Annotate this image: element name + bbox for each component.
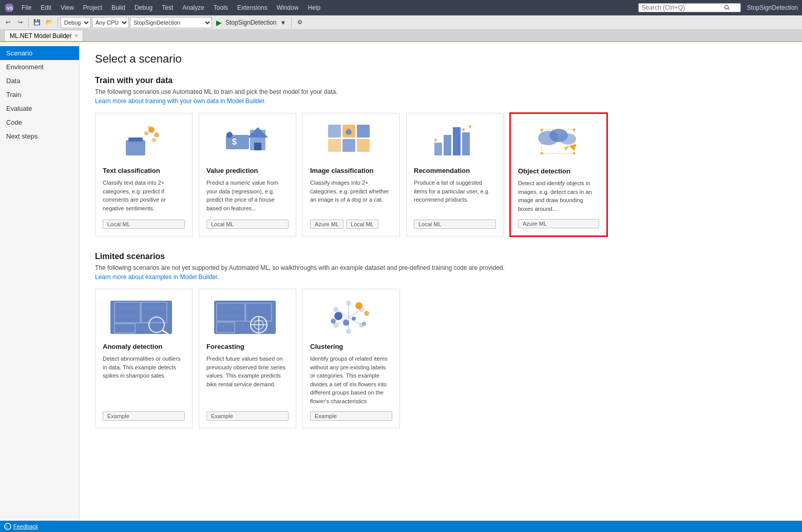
svg-point-33 <box>560 133 576 145</box>
menu-file[interactable]: File <box>17 3 35 12</box>
card-forecasting-desc: Predict future values based on previousl… <box>206 354 289 405</box>
toolbar-save[interactable]: 💾 <box>31 17 43 28</box>
model-builder-tab[interactable]: ML.NET Model Builder × <box>4 30 83 41</box>
toolbar-extra[interactable]: ⚙ <box>294 17 305 28</box>
sidebar-item-train[interactable]: Train <box>0 88 79 102</box>
menu-view[interactable]: View <box>56 3 78 12</box>
feedback-label[interactable]: Feedback <box>13 523 38 529</box>
card-clustering-title: Clustering <box>310 343 392 350</box>
sidebar-item-environment[interactable]: Environment <box>0 60 79 74</box>
limited-section-link[interactable]: Learn more about examples in Model Build… <box>95 273 787 281</box>
svg-rect-24 <box>434 143 442 155</box>
card-clustering-badge: Example <box>310 411 392 421</box>
svg-marker-35 <box>564 146 569 151</box>
svg-rect-38 <box>541 152 543 154</box>
svg-rect-18 <box>357 125 370 137</box>
sidebar-item-next-steps[interactable]: Next steps <box>0 129 79 143</box>
card-image-classification-title: Image classification <box>310 167 392 174</box>
svg-point-91 <box>362 322 366 326</box>
svg-text:★: ★ <box>433 137 438 143</box>
svg-rect-25 <box>444 135 451 155</box>
train-section: Train with your data The following scena… <box>95 76 787 237</box>
toolbar-undo[interactable]: ↩ <box>2 17 13 28</box>
sidebar-item-scenario[interactable]: Scenario <box>0 46 79 60</box>
toolbar-sep-3 <box>291 17 292 28</box>
svg-rect-36 <box>541 129 543 131</box>
svg-point-7 <box>144 131 148 135</box>
card-anomaly-detection[interactable]: Anomaly detection Detect abnormalities o… <box>95 289 193 428</box>
forecasting-icon <box>206 297 289 338</box>
limited-section-title: Limited scenarios <box>95 252 787 261</box>
menu-debug[interactable]: Debug <box>130 3 157 12</box>
train-section-link[interactable]: Learn more about training with your own … <box>95 97 787 105</box>
card-value-prediction-badge: Local ML <box>206 220 289 229</box>
svg-point-80 <box>346 329 351 334</box>
card-value-prediction[interactable]: $ Value prediction Predict a numeric val… <box>199 113 296 237</box>
app-title: StopSignDetection <box>747 4 798 11</box>
svg-point-6 <box>154 132 159 137</box>
card-clustering[interactable]: Clustering Identify groups of related it… <box>302 289 400 428</box>
search-input[interactable] <box>642 4 724 11</box>
tab-bar: ML.NET Model Builder × <box>0 30 802 42</box>
tab-label: ML.NET Model Builder <box>10 32 72 40</box>
svg-rect-20 <box>342 139 355 152</box>
project-select[interactable]: StopSignDetection <box>130 17 212 28</box>
object-detection-icon <box>518 121 599 162</box>
menu-analyze[interactable]: Analyze <box>178 3 208 12</box>
menu-bar[interactable]: File Edit View Project Build Debug Test … <box>17 3 324 12</box>
menu-test[interactable]: Test <box>158 3 177 12</box>
svg-point-1 <box>724 6 728 9</box>
card-image-classification-desc: Classify images into 2+ categories, e.g.… <box>310 179 392 207</box>
run-button[interactable]: ▶ <box>213 17 224 28</box>
card-recommendation[interactable]: ★ ★ ★ Recommendation Produce a list of s… <box>406 113 504 237</box>
search-box[interactable] <box>638 3 741 12</box>
sidebar-item-code[interactable]: Code <box>0 115 79 129</box>
card-text-classification-desc: Classify text data into 2+ categories, e… <box>103 179 185 213</box>
recommendation-icon: ★ ★ ★ <box>414 121 496 162</box>
toolbar-sep-1 <box>28 17 29 28</box>
debug-mode-select[interactable]: Debug <box>61 17 91 28</box>
train-section-desc: The following scenarios use Automated ML… <box>95 88 787 95</box>
card-object-detection-badge: Azure ML <box>518 219 599 228</box>
search-icon <box>724 5 730 11</box>
menu-build[interactable]: Build <box>107 3 129 12</box>
card-clustering-desc: Identify groups of related items without… <box>310 354 392 405</box>
toolbar-sep-2 <box>58 17 58 28</box>
limited-cards-grid: Anomaly detection Detect abnormalities o… <box>95 289 787 428</box>
toolbar-open[interactable]: 📂 <box>44 17 55 28</box>
menu-extensions[interactable]: Extensions <box>233 3 272 12</box>
card-recommendation-title: Recommendation <box>414 167 496 174</box>
svg-rect-19 <box>328 139 341 152</box>
card-image-classification[interactable]: Image classification Classify images int… <box>302 113 400 237</box>
card-value-prediction-desc: Predict a numeric value from your data (… <box>206 179 289 213</box>
run-label: StopSignDetection <box>225 19 276 26</box>
cpu-select[interactable]: Any CPU <box>92 17 129 28</box>
vs-logo-icon: VS <box>4 3 14 13</box>
card-forecasting-title: Forecasting <box>206 343 289 350</box>
tab-close-btn[interactable]: × <box>75 33 78 38</box>
card-image-classification-badge-local: Local ML <box>346 220 378 229</box>
toolbar-redo[interactable]: ↪ <box>14 17 26 28</box>
card-recommendation-badge: Local ML <box>414 220 496 229</box>
card-forecasting[interactable]: Forecasting Predict future values based … <box>199 289 296 428</box>
menu-edit[interactable]: Edit <box>36 3 55 12</box>
card-forecasting-badge: Example <box>206 411 289 421</box>
train-section-title: Train with your data <box>95 76 787 85</box>
sidebar-item-evaluate[interactable]: Evaluate <box>0 102 79 115</box>
menu-tools[interactable]: Tools <box>209 3 232 12</box>
menu-window[interactable]: Window <box>273 3 303 12</box>
feedback-icon: i <box>4 523 11 530</box>
toolbar-more[interactable]: ▼ <box>277 17 289 28</box>
svg-rect-4 <box>128 137 143 142</box>
svg-rect-39 <box>573 152 575 154</box>
card-object-detection[interactable]: Object detection Detect and identify obj… <box>510 113 607 237</box>
card-anomaly-detection-title: Anomaly detection <box>103 343 185 350</box>
sidebar-item-data[interactable]: Data <box>0 74 79 88</box>
menu-help[interactable]: Help <box>303 3 324 12</box>
card-text-classification[interactable]: Text classification Classify text data i… <box>95 113 193 237</box>
svg-rect-26 <box>453 127 461 155</box>
menu-project[interactable]: Project <box>79 3 106 12</box>
svg-point-87 <box>334 312 342 320</box>
card-text-classification-title: Text classification <box>103 167 185 174</box>
card-object-detection-desc: Detect and identify objects in images, e… <box>518 179 599 213</box>
